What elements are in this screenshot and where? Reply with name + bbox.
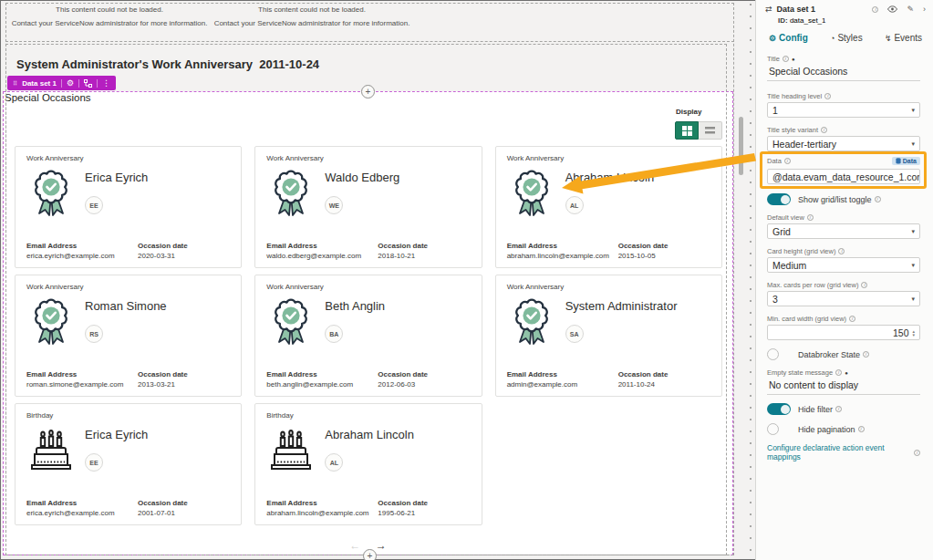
medal-icon (507, 297, 558, 350)
chevron-down-icon: ▾ (911, 228, 915, 235)
card-footer: Email Addresserica.eyrich@example.comOcc… (26, 499, 235, 517)
card-footer: Email Addressabraham.lincoln@example.com… (266, 499, 475, 517)
tab-config[interactable]: ⚙ Config (769, 33, 808, 43)
previous-page-arrow[interactable]: ← (349, 539, 360, 552)
card-name: Erica Eyrich (85, 428, 148, 441)
gear-icon: ⚙ (769, 34, 776, 43)
card-right: Roman SimoneRS (85, 297, 167, 350)
ui-builder-window: This content could not be loaded. Contac… (0, 0, 933, 560)
default-view-select[interactable]: Grid ▾ (767, 223, 920, 239)
cake-icon (266, 426, 317, 479)
card-name: Erica Eyrich (85, 171, 148, 184)
card-name: Abraham Lincoln (325, 428, 414, 441)
add-component-button[interactable]: + (363, 549, 377, 560)
info-icon[interactable]: i (807, 214, 814, 221)
occasion-card[interactable]: Birthday Abraham LincolnALEmail Addressa… (254, 403, 482, 525)
occasion-card[interactable]: Work Anniversary Waldo EdbergWEEmail Add… (254, 146, 482, 268)
info-icon[interactable]: i (838, 248, 845, 254)
component-id: ID: data_set_1 (778, 16, 926, 25)
field-hide-pagination: Hide pagination i (767, 423, 920, 435)
component-id-label: ID: (778, 16, 788, 25)
grid-view-button[interactable] (675, 121, 699, 140)
email-value: erica.eyrich@example.com (26, 509, 138, 517)
email-column: Email Addressroman.simone@example.com (26, 370, 138, 389)
occasion-card[interactable]: Birthday Erica EyrichEEEmail Addresseric… (15, 403, 242, 525)
pencil-icon[interactable]: ✎ (907, 5, 914, 14)
min-card-width-input[interactable]: 150 ▴ ▾ (767, 325, 920, 340)
max-cards-select[interactable]: 3 ▾ (767, 291, 920, 306)
field-label: Max. cards per row (grid view) (767, 281, 858, 289)
occasion-card[interactable]: Work Anniversary System AdministratorSAE… (495, 275, 722, 397)
title-input[interactable]: Special Occasions (767, 65, 920, 81)
card-footer: Email Addresswaldo.edberg@example.comOcc… (266, 242, 475, 260)
heading-level-select[interactable]: 1 ▾ (767, 102, 920, 118)
list-view-button[interactable] (699, 121, 722, 140)
card-main: Abraham LincolnAL (266, 426, 470, 479)
hide-pagination-switch[interactable] (767, 423, 779, 435)
dataset-toolbar[interactable]: ⠿ Data set 1 ⚙ ⋮ (7, 76, 116, 90)
info-icon[interactable]: i (858, 426, 865, 432)
step-down-icon: ▾ (912, 333, 915, 337)
info-icon[interactable]: i (914, 450, 920, 456)
kebab-menu-icon[interactable]: ⋮ (102, 79, 110, 88)
occasion-card[interactable]: Work Anniversary Beth AnglinBAEmail Addr… (254, 275, 482, 397)
empty-state-input[interactable]: No content to display (767, 379, 920, 395)
info-icon[interactable]: i (835, 369, 842, 376)
avatar: AL (325, 453, 343, 472)
cards-grid: Work Anniversary Erica EyrichEEEmail Add… (15, 146, 722, 525)
card-type-label: Work Anniversary (507, 154, 710, 162)
occasion-date-label: Occasion date (618, 370, 716, 379)
hide-filter-switch[interactable] (767, 403, 791, 415)
eye-icon[interactable] (887, 5, 897, 13)
field-label: Data (767, 157, 782, 165)
info-icon[interactable]: i (783, 56, 789, 62)
card-main: Abraham LincolnAL (507, 169, 710, 222)
info-icon[interactable]: i (821, 127, 827, 133)
show-grid-list-switch[interactable] (767, 193, 791, 205)
flow-icon[interactable] (84, 79, 92, 88)
card-height-select[interactable]: Medium ▾ (767, 257, 920, 273)
info-icon[interactable]: i (872, 6, 878, 13)
info-icon[interactable]: i (863, 351, 869, 358)
occasion-card[interactable]: Work Anniversary Erica EyrichEEEmail Add… (15, 146, 242, 268)
binding-dot-icon[interactable]: ● (792, 57, 795, 62)
tab-styles[interactable]: ◔ Styles (830, 33, 863, 43)
add-component-button[interactable]: + (361, 85, 375, 99)
chevron-down-icon: ▾ (911, 140, 915, 148)
info-icon[interactable]: i (861, 282, 867, 288)
occasion-card[interactable]: Work Anniversary Roman SimoneRSEmail Add… (15, 275, 242, 397)
data-binding-input[interactable]: @data.evam_data_resource_1.compos (767, 169, 920, 184)
error-banner: This content could not be loaded. Contac… (213, 3, 410, 41)
gear-icon[interactable]: ⚙ (67, 79, 74, 88)
next-page-arrow[interactable]: → (376, 539, 387, 552)
email-value: abraham.lincoln@example.com (507, 252, 618, 260)
email-column: Email Addressadmin@example.com (507, 370, 618, 389)
info-icon[interactable]: i (824, 93, 831, 99)
info-icon[interactable]: i (849, 316, 855, 322)
field-style-variant: Title style variant i Header-tertiary ▾ (767, 126, 920, 151)
card-type-label: Work Anniversary (26, 154, 230, 162)
lightning-icon: ↯ (885, 34, 892, 43)
email-value: waldo.edberg@example.com (266, 252, 378, 260)
field-label: Title heading level (767, 92, 822, 100)
field-default-view: Default view i Grid ▾ (767, 213, 920, 239)
error-banner: This content could not be loaded. Contac… (5, 3, 213, 41)
tab-events[interactable]: ↯ Events (885, 33, 922, 43)
occasion-card[interactable]: Work Anniversary Abraham LincolnALEmail … (495, 146, 722, 268)
info-icon[interactable]: i (875, 196, 881, 202)
occasion-date-value: 2011-10-24 (618, 380, 716, 389)
drag-handle-icon[interactable]: ⠿ (13, 80, 17, 87)
card-footer: Email Addressabraham.lincoln@example.com… (507, 242, 716, 260)
configure-action-mappings-link[interactable]: Configure declarative action event mappi… (767, 443, 911, 461)
card-name: Roman Simone (85, 299, 167, 313)
info-icon[interactable]: i (784, 158, 791, 164)
grid-icon (682, 126, 692, 136)
binding-dot-icon[interactable]: ● (845, 370, 848, 376)
chevron-right-icon[interactable]: › (923, 5, 926, 14)
databroker-state-switch[interactable] (767, 348, 779, 360)
info-icon[interactable]: i (835, 406, 842, 412)
avatar: SA (565, 325, 584, 343)
number-stepper[interactable]: ▴ ▾ (912, 329, 915, 337)
style-variant-select[interactable]: Header-tertiary ▾ (767, 136, 920, 151)
canvas-scrollbar-thumb[interactable] (739, 117, 743, 175)
